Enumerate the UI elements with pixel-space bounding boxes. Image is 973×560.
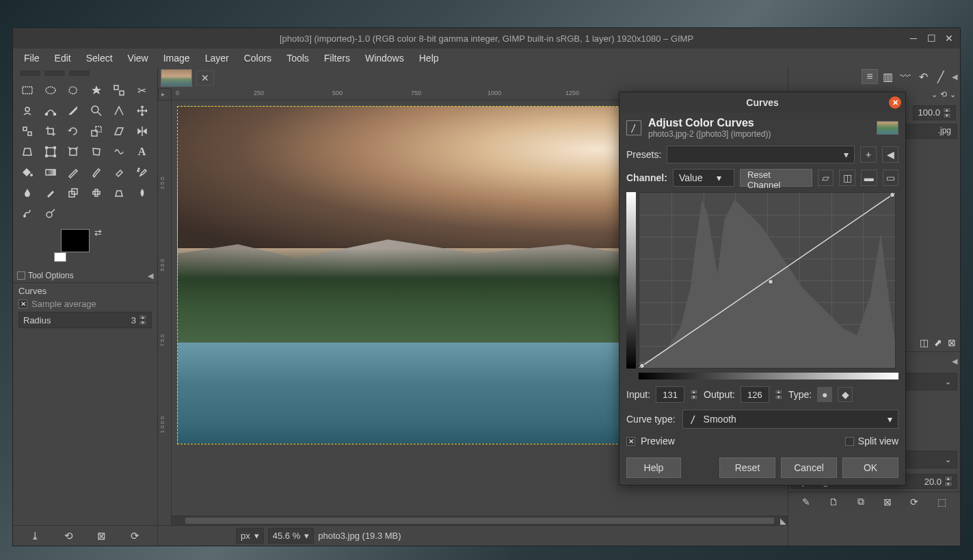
detach-icon[interactable]: ◀ bbox=[148, 271, 153, 280]
paths-tab-icon[interactable]: 〰 bbox=[897, 69, 914, 84]
measure-tool[interactable] bbox=[111, 103, 126, 118]
color-swatch[interactable]: ⇄ bbox=[61, 229, 99, 262]
shear-tool[interactable] bbox=[111, 124, 126, 139]
ink-tool[interactable] bbox=[20, 185, 35, 200]
reset-icon[interactable]: ⟲ bbox=[940, 90, 947, 99]
menu-edit[interactable]: Edit bbox=[48, 50, 78, 66]
output-value[interactable] bbox=[741, 386, 769, 403]
zoom-select[interactable]: 45.6 %▾ bbox=[268, 528, 314, 544]
input-down[interactable]: ▾ bbox=[690, 395, 698, 400]
save-preset-icon[interactable]: ⤓ bbox=[31, 530, 40, 542]
perspective-tool[interactable] bbox=[20, 144, 35, 159]
channels-tab-icon[interactable]: ▥ bbox=[879, 69, 896, 84]
scissors-tool[interactable]: ✂ bbox=[135, 83, 150, 98]
maximize-button[interactable]: ☐ bbox=[923, 30, 939, 46]
ok-button[interactable]: OK bbox=[842, 457, 898, 478]
radius-input[interactable]: Radius 3 ▴▾ bbox=[18, 312, 152, 328]
presets-combo[interactable]: ▾ bbox=[667, 146, 855, 163]
tool-options-tab[interactable]: Tool Options ◀ bbox=[13, 269, 157, 283]
rect-select-tool[interactable] bbox=[20, 83, 35, 98]
dialog-titlebar[interactable]: Curves ✕ bbox=[619, 92, 905, 113]
image-tab-close[interactable]: ✕ bbox=[196, 70, 214, 85]
refresh-brushes-icon[interactable]: ⟳ bbox=[910, 496, 918, 507]
curve-type-select[interactable]: 〳 Smooth ▾ bbox=[682, 410, 898, 429]
zoom-tool[interactable] bbox=[89, 103, 104, 118]
new-brush-icon[interactable]: 🗋 bbox=[829, 496, 838, 507]
reset-channel-button[interactable]: Reset Channel bbox=[740, 169, 812, 187]
edit-brush-icon[interactable]: ✎ bbox=[802, 496, 810, 507]
curve-point-mid[interactable] bbox=[768, 279, 773, 284]
close-button[interactable]: ✕ bbox=[941, 30, 957, 46]
dialog-close-button[interactable]: ✕ bbox=[889, 96, 901, 109]
radius-up[interactable]: ▴ bbox=[139, 315, 147, 320]
curve-point-start[interactable] bbox=[639, 363, 645, 369]
output-down[interactable]: ▾ bbox=[775, 395, 783, 400]
menu-file[interactable]: File bbox=[17, 50, 46, 66]
perspective-clone-tool[interactable] bbox=[111, 185, 126, 200]
point-type-corner[interactable]: ◆ bbox=[838, 387, 853, 402]
raise-layer-icon[interactable]: ⬈ bbox=[934, 337, 942, 348]
text-tool[interactable]: A bbox=[135, 144, 150, 159]
menu-select[interactable]: Select bbox=[79, 50, 120, 66]
background-color[interactable] bbox=[54, 252, 66, 262]
cancel-button[interactable]: Cancel bbox=[781, 457, 837, 478]
warp-tool[interactable] bbox=[111, 144, 126, 159]
menu-view[interactable]: View bbox=[121, 50, 155, 66]
curve-point-end[interactable] bbox=[890, 192, 895, 198]
restore-preset-icon[interactable]: ⟲ bbox=[64, 530, 73, 542]
new-layer-icon[interactable]: ◫ bbox=[920, 337, 929, 348]
align-tool[interactable] bbox=[20, 124, 35, 139]
clone-tool[interactable] bbox=[66, 185, 81, 200]
smudge-tool[interactable] bbox=[20, 206, 35, 221]
image-tab-thumb[interactable] bbox=[161, 69, 192, 87]
split-view-checkbox[interactable] bbox=[845, 437, 854, 446]
foreground-select-tool[interactable] bbox=[20, 103, 35, 118]
ellipse-select-tool[interactable] bbox=[43, 83, 58, 98]
foreground-color[interactable] bbox=[61, 229, 90, 252]
cage-tool[interactable] bbox=[89, 144, 104, 159]
linear-histogram-icon[interactable]: ▱ bbox=[818, 170, 834, 186]
layers-tab-icon[interactable]: ≡ bbox=[862, 69, 878, 84]
unit-select[interactable]: px▾ bbox=[236, 528, 264, 544]
sample-average-checkbox[interactable]: ✕ bbox=[18, 299, 27, 308]
output-up[interactable]: ▴ bbox=[775, 389, 783, 395]
free-select-tool[interactable] bbox=[66, 83, 81, 98]
swap-colors-icon[interactable]: ⇄ bbox=[94, 228, 102, 238]
ruler-origin[interactable] bbox=[158, 88, 172, 101]
vertical-ruler[interactable]: 0 2 5 0 5 0 0 7 5 0 1 0 0 0 bbox=[158, 88, 172, 525]
opacity-input[interactable]: 100.0▴▾ bbox=[913, 105, 956, 120]
color-picker-tool[interactable] bbox=[66, 103, 81, 118]
menu-layer[interactable]: Layer bbox=[198, 50, 236, 66]
delete-brush-icon[interactable]: ⊠ bbox=[883, 496, 892, 507]
crop-tool[interactable] bbox=[43, 124, 58, 139]
move-tool[interactable] bbox=[135, 103, 150, 118]
handle-transform-tool[interactable] bbox=[66, 144, 81, 159]
histogram-mode-icon[interactable]: ▭ bbox=[883, 170, 899, 186]
brush-tab-icon[interactable]: ╱ bbox=[933, 69, 949, 84]
scale-tool[interactable] bbox=[89, 124, 104, 139]
expand-icon[interactable]: ⌄ bbox=[950, 90, 956, 99]
duplicate-brush-icon[interactable]: ⧉ bbox=[857, 496, 864, 507]
channel-select[interactable]: Value▾ bbox=[673, 169, 734, 187]
flip-tool[interactable] bbox=[135, 124, 150, 139]
input-up[interactable]: ▴ bbox=[690, 389, 698, 395]
reset-button[interactable]: Reset bbox=[719, 457, 775, 478]
delete-preset-icon[interactable]: ⊠ bbox=[97, 530, 106, 542]
navigation-icon[interactable]: ◣ bbox=[780, 516, 786, 526]
unified-transform-tool[interactable] bbox=[43, 144, 58, 159]
fuzzy-select-tool[interactable] bbox=[89, 83, 104, 98]
undo-history-tab-icon[interactable]: ↶ bbox=[915, 69, 931, 84]
horizontal-scrollbar[interactable]: ◣ bbox=[172, 516, 788, 525]
add-preset-button[interactable]: + bbox=[860, 146, 877, 163]
heal-tool[interactable] bbox=[89, 185, 104, 200]
menu-tools[interactable]: Tools bbox=[280, 50, 316, 66]
menu-help[interactable]: Help bbox=[412, 50, 446, 66]
bucket-fill-tool[interactable] bbox=[20, 165, 35, 180]
menu-image[interactable]: Image bbox=[157, 50, 197, 66]
curves-graph[interactable] bbox=[639, 192, 896, 369]
airbrush-tool[interactable] bbox=[135, 165, 150, 180]
preview-checkbox[interactable]: ✕ bbox=[626, 437, 635, 446]
histogram-scale-icon[interactable]: ▬ bbox=[861, 170, 877, 186]
mypaint-brush-tool[interactable] bbox=[43, 185, 58, 200]
log-histogram-icon[interactable]: ◫ bbox=[839, 170, 855, 186]
